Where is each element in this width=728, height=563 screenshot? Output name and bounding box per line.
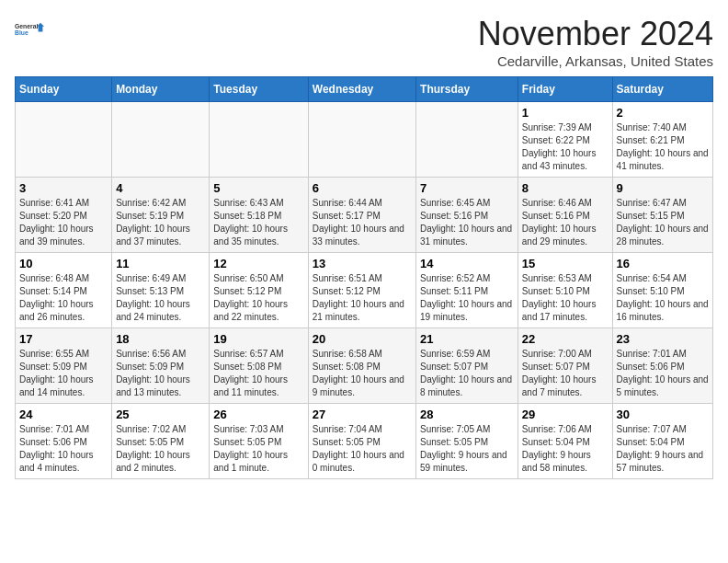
day-number: 12 xyxy=(213,257,303,270)
day-number: 25 xyxy=(116,408,205,421)
calendar-week-row: 17Sunrise: 6:55 AM Sunset: 5:09 PM Dayli… xyxy=(16,328,713,404)
day-number: 19 xyxy=(213,332,303,346)
calendar-day-cell: 3Sunrise: 6:41 AM Sunset: 5:20 PM Daylig… xyxy=(16,178,112,253)
day-info: Sunrise: 6:52 AM Sunset: 5:11 PM Dayligh… xyxy=(420,272,514,324)
calendar-day-cell: 15Sunrise: 6:53 AM Sunset: 5:10 PM Dayli… xyxy=(518,253,612,328)
calendar-day-cell: 27Sunrise: 7:04 AM Sunset: 5:05 PM Dayli… xyxy=(308,404,415,479)
day-number: 14 xyxy=(420,257,514,270)
day-info: Sunrise: 6:59 AM Sunset: 5:07 PM Dayligh… xyxy=(420,348,514,399)
day-number: 9 xyxy=(617,181,709,195)
calendar-day-cell: 2Sunrise: 7:40 AM Sunset: 6:21 PM Daylig… xyxy=(612,102,712,178)
day-number: 21 xyxy=(420,332,514,346)
svg-text:Blue: Blue xyxy=(15,29,28,36)
calendar-day-cell: 23Sunrise: 7:01 AM Sunset: 5:06 PM Dayli… xyxy=(612,328,712,404)
day-info: Sunrise: 7:39 AM Sunset: 6:22 PM Dayligh… xyxy=(522,121,609,173)
day-info: Sunrise: 7:04 AM Sunset: 5:05 PM Dayligh… xyxy=(313,423,412,475)
calendar-day-cell xyxy=(308,102,415,178)
day-info: Sunrise: 6:56 AM Sunset: 5:09 PM Dayligh… xyxy=(116,348,205,399)
day-info: Sunrise: 6:53 AM Sunset: 5:10 PM Dayligh… xyxy=(522,272,609,324)
weekday-header: Saturday xyxy=(612,77,712,102)
calendar-day-cell: 10Sunrise: 6:48 AM Sunset: 5:14 PM Dayli… xyxy=(16,253,112,328)
day-number: 17 xyxy=(19,332,108,346)
day-info: Sunrise: 7:02 AM Sunset: 5:05 PM Dayligh… xyxy=(116,423,205,475)
weekday-header: Thursday xyxy=(416,77,518,102)
day-number: 4 xyxy=(116,181,205,195)
day-info: Sunrise: 6:55 AM Sunset: 5:09 PM Dayligh… xyxy=(19,348,108,399)
calendar-day-cell: 14Sunrise: 6:52 AM Sunset: 5:11 PM Dayli… xyxy=(416,253,518,328)
day-info: Sunrise: 7:00 AM Sunset: 5:07 PM Dayligh… xyxy=(522,348,609,399)
calendar-day-cell: 7Sunrise: 6:45 AM Sunset: 5:16 PM Daylig… xyxy=(416,178,518,253)
page-header: GeneralBlue November 2024 Cedarville, Ar… xyxy=(15,15,713,69)
calendar-day-cell: 5Sunrise: 6:43 AM Sunset: 5:18 PM Daylig… xyxy=(210,178,308,253)
day-number: 10 xyxy=(19,257,108,270)
svg-text:General: General xyxy=(15,23,38,29)
day-info: Sunrise: 7:05 AM Sunset: 5:05 PM Dayligh… xyxy=(420,423,514,475)
calendar-day-cell: 1Sunrise: 7:39 AM Sunset: 6:22 PM Daylig… xyxy=(518,102,612,178)
day-info: Sunrise: 6:58 AM Sunset: 5:08 PM Dayligh… xyxy=(313,348,412,399)
calendar-day-cell: 20Sunrise: 6:58 AM Sunset: 5:08 PM Dayli… xyxy=(308,328,415,404)
calendar-table: SundayMondayTuesdayWednesdayThursdayFrid… xyxy=(15,76,713,479)
day-info: Sunrise: 6:48 AM Sunset: 5:14 PM Dayligh… xyxy=(19,272,108,324)
day-number: 8 xyxy=(522,181,609,195)
calendar-day-cell: 4Sunrise: 6:42 AM Sunset: 5:19 PM Daylig… xyxy=(112,178,210,253)
day-number: 23 xyxy=(617,332,709,346)
calendar-day-cell: 22Sunrise: 7:00 AM Sunset: 5:07 PM Dayli… xyxy=(518,328,612,404)
day-number: 20 xyxy=(313,332,412,346)
calendar-day-cell: 13Sunrise: 6:51 AM Sunset: 5:12 PM Dayli… xyxy=(308,253,415,328)
day-number: 29 xyxy=(522,408,609,421)
weekday-header: Friday xyxy=(518,77,612,102)
day-info: Sunrise: 7:40 AM Sunset: 6:21 PM Dayligh… xyxy=(617,121,709,173)
day-info: Sunrise: 7:06 AM Sunset: 5:04 PM Dayligh… xyxy=(522,423,609,475)
day-info: Sunrise: 7:01 AM Sunset: 5:06 PM Dayligh… xyxy=(19,423,108,475)
day-number: 3 xyxy=(19,181,108,195)
day-number: 1 xyxy=(522,106,609,120)
day-info: Sunrise: 6:45 AM Sunset: 5:16 PM Dayligh… xyxy=(420,197,514,248)
weekday-header-row: SundayMondayTuesdayWednesdayThursdayFrid… xyxy=(16,77,713,102)
calendar-day-cell: 28Sunrise: 7:05 AM Sunset: 5:05 PM Dayli… xyxy=(416,404,518,479)
day-number: 6 xyxy=(313,181,412,195)
day-info: Sunrise: 6:42 AM Sunset: 5:19 PM Dayligh… xyxy=(116,197,205,248)
day-number: 16 xyxy=(617,257,709,270)
day-number: 27 xyxy=(313,408,412,421)
day-info: Sunrise: 6:54 AM Sunset: 5:10 PM Dayligh… xyxy=(617,272,709,324)
day-number: 5 xyxy=(213,181,303,195)
calendar-day-cell: 6Sunrise: 6:44 AM Sunset: 5:17 PM Daylig… xyxy=(308,178,415,253)
calendar-day-cell xyxy=(16,102,112,178)
day-info: Sunrise: 6:50 AM Sunset: 5:12 PM Dayligh… xyxy=(213,272,303,324)
calendar-day-cell: 25Sunrise: 7:02 AM Sunset: 5:05 PM Dayli… xyxy=(112,404,210,479)
day-info: Sunrise: 6:43 AM Sunset: 5:18 PM Dayligh… xyxy=(213,197,303,248)
calendar-day-cell: 8Sunrise: 6:46 AM Sunset: 5:16 PM Daylig… xyxy=(518,178,612,253)
day-info: Sunrise: 6:44 AM Sunset: 5:17 PM Dayligh… xyxy=(313,197,412,248)
day-number: 2 xyxy=(617,106,709,120)
title-area: November 2024 Cedarville, Arkansas, Unit… xyxy=(478,15,713,69)
weekday-header: Monday xyxy=(112,77,210,102)
day-number: 30 xyxy=(617,408,709,421)
calendar-day-cell xyxy=(112,102,210,178)
calendar-week-row: 10Sunrise: 6:48 AM Sunset: 5:14 PM Dayli… xyxy=(16,253,713,328)
weekday-header: Wednesday xyxy=(308,77,415,102)
calendar-day-cell: 21Sunrise: 6:59 AM Sunset: 5:07 PM Dayli… xyxy=(416,328,518,404)
calendar-day-cell: 17Sunrise: 6:55 AM Sunset: 5:09 PM Dayli… xyxy=(16,328,112,404)
month-title: November 2024 xyxy=(478,15,713,53)
calendar-day-cell: 11Sunrise: 6:49 AM Sunset: 5:13 PM Dayli… xyxy=(112,253,210,328)
day-info: Sunrise: 7:03 AM Sunset: 5:05 PM Dayligh… xyxy=(213,423,303,475)
logo: GeneralBlue xyxy=(15,15,44,44)
day-number: 15 xyxy=(522,257,609,270)
day-info: Sunrise: 7:07 AM Sunset: 5:04 PM Dayligh… xyxy=(617,423,709,475)
day-info: Sunrise: 6:47 AM Sunset: 5:15 PM Dayligh… xyxy=(617,197,709,248)
day-number: 22 xyxy=(522,332,609,346)
calendar-week-row: 1Sunrise: 7:39 AM Sunset: 6:22 PM Daylig… xyxy=(16,102,713,178)
calendar-day-cell: 16Sunrise: 6:54 AM Sunset: 5:10 PM Dayli… xyxy=(612,253,712,328)
day-info: Sunrise: 6:46 AM Sunset: 5:16 PM Dayligh… xyxy=(522,197,609,248)
day-info: Sunrise: 6:41 AM Sunset: 5:20 PM Dayligh… xyxy=(19,197,108,248)
location-subtitle: Cedarville, Arkansas, United States xyxy=(478,53,713,69)
calendar-day-cell: 24Sunrise: 7:01 AM Sunset: 5:06 PM Dayli… xyxy=(16,404,112,479)
day-number: 7 xyxy=(420,181,514,195)
calendar-day-cell: 29Sunrise: 7:06 AM Sunset: 5:04 PM Dayli… xyxy=(518,404,612,479)
day-info: Sunrise: 6:57 AM Sunset: 5:08 PM Dayligh… xyxy=(213,348,303,399)
calendar-day-cell: 18Sunrise: 6:56 AM Sunset: 5:09 PM Dayli… xyxy=(112,328,210,404)
day-info: Sunrise: 6:49 AM Sunset: 5:13 PM Dayligh… xyxy=(116,272,205,324)
day-info: Sunrise: 7:01 AM Sunset: 5:06 PM Dayligh… xyxy=(617,348,709,399)
calendar-day-cell: 12Sunrise: 6:50 AM Sunset: 5:12 PM Dayli… xyxy=(210,253,308,328)
calendar-day-cell: 19Sunrise: 6:57 AM Sunset: 5:08 PM Dayli… xyxy=(210,328,308,404)
